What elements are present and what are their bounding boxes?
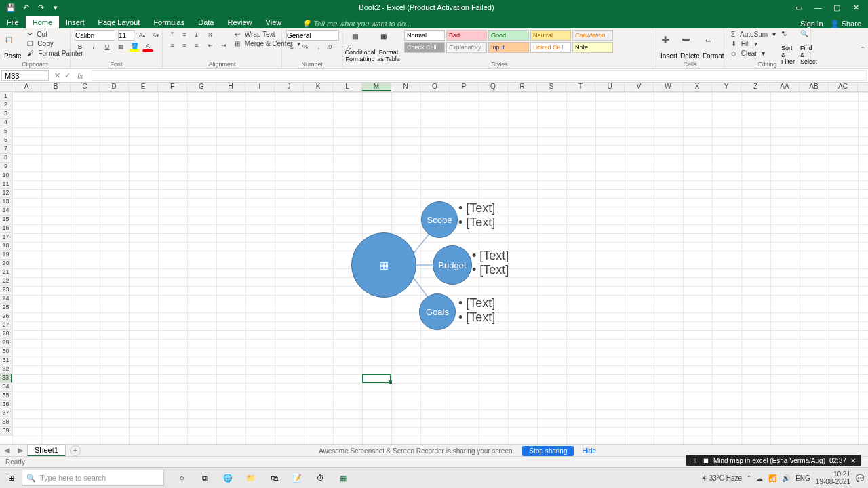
row-header[interactable]: 23	[0, 286, 12, 295]
smartart-center[interactable]: ▦	[351, 232, 416, 298]
col-header[interactable]: N	[391, 83, 420, 92]
percent-format-icon[interactable]: %	[300, 42, 311, 52]
sheet-nav-prev-icon[interactable]: ◀	[0, 446, 14, 455]
col-header[interactable]: M	[362, 83, 391, 92]
align-middle-icon[interactable]: ≡	[179, 30, 190, 39]
col-header[interactable]: B	[41, 83, 71, 92]
ribbon-options-icon[interactable]: ▭	[792, 3, 806, 12]
row-header[interactable]: 32	[0, 365, 12, 374]
tray-chevron-icon[interactable]: ˄	[747, 474, 751, 482]
smartart-node-budget[interactable]: Budget	[433, 245, 472, 285]
task-view-icon[interactable]: ⧉	[197, 470, 213, 486]
active-cell[interactable]	[362, 374, 391, 383]
redo-icon[interactable]: ↷	[35, 3, 46, 12]
row-header[interactable]: 5	[0, 127, 12, 136]
recording-pause-icon[interactable]: ⏸	[692, 457, 698, 464]
col-header[interactable]: T	[566, 83, 595, 92]
row-header[interactable]: 2	[0, 101, 12, 110]
hide-sharing-button[interactable]: Hide	[582, 447, 596, 455]
tab-data[interactable]: Data	[191, 16, 220, 28]
style-input[interactable]: Input	[488, 42, 529, 53]
row-header[interactable]: 36	[0, 401, 12, 409]
formula-input[interactable]	[92, 70, 867, 81]
row-header[interactable]: 7	[0, 145, 12, 154]
smartart-diagram[interactable]: ▦ Scope Budget Goals [Text][Text] [Text]…	[351, 197, 555, 340]
col-header[interactable]: R	[508, 83, 537, 92]
increase-font-icon[interactable]: A▴	[137, 30, 148, 40]
style-bad[interactable]: Bad	[446, 30, 487, 41]
name-box[interactable]: M33	[1, 70, 49, 81]
weather-widget[interactable]: ☀ 33°C Haze	[701, 474, 742, 482]
borders-button[interactable]: ▦	[115, 42, 126, 52]
recording-stop-icon[interactable]: ⏹	[703, 457, 709, 464]
row-header[interactable]: 21	[0, 268, 12, 277]
smartart-bullets-goals[interactable]: [Text][Text]	[458, 296, 495, 325]
align-top-icon[interactable]: ⤒	[167, 30, 178, 39]
col-header[interactable]: Y	[712, 83, 741, 92]
increase-indent-icon[interactable]: ⇥	[218, 41, 229, 50]
row-header[interactable]: 20	[0, 260, 12, 268]
conditional-formatting-button[interactable]: ▤Conditional Formatting	[347, 30, 373, 65]
format-as-table-button[interactable]: ▦Format as Table	[376, 30, 401, 65]
select-all-corner[interactable]	[0, 83, 12, 92]
sort-filter-button[interactable]: ⇅Sort & Filter	[781, 30, 797, 65]
row-header[interactable]: 14	[0, 207, 12, 216]
style-note[interactable]: Note	[572, 42, 613, 53]
tray-volume-icon[interactable]: 🔊	[782, 474, 790, 482]
row-header[interactable]: 28	[0, 330, 12, 339]
comma-format-icon[interactable]: ,	[313, 42, 324, 52]
notifications-icon[interactable]: 💬	[856, 474, 864, 482]
row-header[interactable]: 12	[0, 189, 12, 198]
row-header[interactable]: 17	[0, 233, 12, 242]
row-header[interactable]: 39	[0, 427, 12, 436]
save-icon[interactable]: 💾	[5, 3, 16, 12]
col-header[interactable]: Q	[479, 83, 508, 92]
row-header[interactable]: 35	[0, 392, 12, 401]
row-header[interactable]: 34	[0, 383, 12, 392]
undo-icon[interactable]: ↶	[20, 3, 31, 12]
row-header[interactable]: 26	[0, 312, 12, 321]
number-format-combo[interactable]	[286, 30, 339, 41]
row-header[interactable]: 8	[0, 154, 12, 163]
col-header[interactable]: L	[333, 83, 362, 92]
row-header[interactable]: 3	[0, 110, 12, 119]
delete-cells-button[interactable]: ➖Delete	[680, 30, 700, 65]
collapse-ribbon-icon[interactable]: ⌃	[860, 45, 865, 52]
align-bottom-icon[interactable]: ⤓	[191, 30, 202, 39]
col-header[interactable]: X	[683, 83, 712, 92]
insert-cells-button[interactable]: ➕Insert	[660, 30, 677, 65]
style-neutral[interactable]: Neutral	[530, 30, 571, 41]
tab-page-layout[interactable]: Page Layout	[92, 16, 147, 28]
accounting-format-icon[interactable]: $	[286, 42, 297, 52]
col-header[interactable]: U	[595, 83, 625, 92]
style-good[interactable]: Good	[488, 30, 529, 41]
excel-icon[interactable]: ▦	[335, 470, 351, 486]
col-header[interactable]: V	[625, 83, 654, 92]
row-header[interactable]: 11	[0, 180, 12, 189]
row-header[interactable]: 4	[0, 119, 12, 127]
find-select-button[interactable]: 🔍Find & Select	[800, 30, 817, 65]
close-icon[interactable]: ✕	[849, 3, 863, 12]
align-left-icon[interactable]: ≡	[167, 41, 178, 50]
font-color-button[interactable]: A	[142, 42, 153, 52]
font-name-combo[interactable]	[75, 30, 115, 41]
row-header[interactable]: 1	[0, 92, 12, 101]
style-explanatory[interactable]: Explanatory ...	[446, 42, 487, 53]
col-header[interactable]: I	[245, 83, 275, 92]
tab-view[interactable]: View	[259, 16, 289, 28]
taskbar-clock[interactable]: 10:2119-08-2021	[816, 470, 850, 485]
notes-icon[interactable]: 📝	[289, 470, 305, 486]
row-header[interactable]: 27	[0, 321, 12, 330]
col-header[interactable]: AA	[770, 83, 800, 92]
bold-button[interactable]: B	[75, 42, 85, 52]
autosum-button[interactable]: Σ AutoSum ▾	[728, 30, 778, 39]
sheet-tab[interactable]: Sheet1	[27, 444, 66, 457]
stop-sharing-button[interactable]: Stop sharing	[522, 446, 574, 456]
tray-network-icon[interactable]: 📶	[768, 474, 776, 482]
row-header[interactable]: 38	[0, 418, 12, 427]
row-header[interactable]: 13	[0, 198, 12, 207]
col-header[interactable]: AC	[829, 83, 858, 92]
col-header[interactable]: W	[654, 83, 683, 92]
share-button[interactable]: 👤 Share	[830, 20, 861, 28]
col-header[interactable]: O	[420, 83, 450, 92]
